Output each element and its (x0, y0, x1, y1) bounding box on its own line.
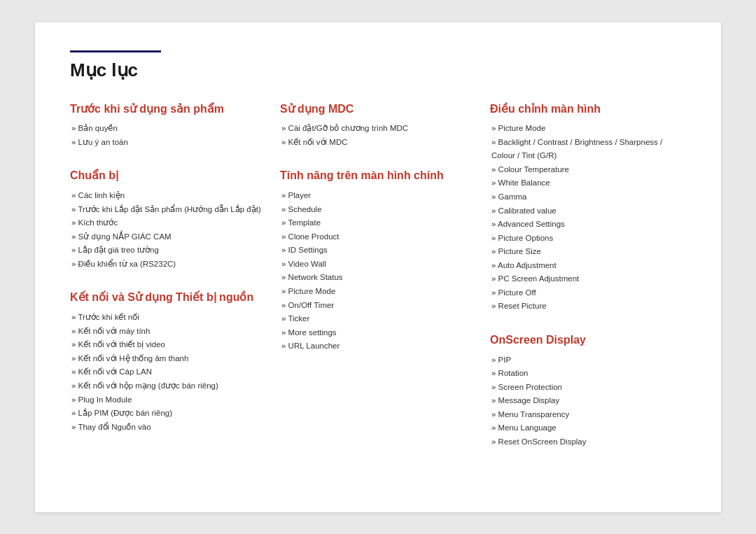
section-items-3-1: Picture ModeBacklight / Contrast / Brigh… (490, 122, 686, 314)
list-item[interactable]: On/Off Timer (280, 299, 476, 313)
list-item[interactable]: Các linh kiện (70, 189, 266, 203)
list-item[interactable]: Kết nối với Hệ thống âm thanh (70, 352, 266, 366)
section-1-3: Kết nối và Sử dụng Thiết bị nguồnTrước k… (70, 290, 266, 434)
section-1-1: Trước khi sử dụng sản phẩmBản quyềnLưu ý… (70, 102, 266, 150)
column-1: Trước khi sử dụng sản phẩmBản quyềnLưu ý… (70, 102, 266, 469)
list-item[interactable]: Picture Options (490, 232, 686, 246)
section-2-2: Tính năng trên màn hình chínhPlayerSched… (280, 169, 476, 353)
list-item[interactable]: Screen Protection (490, 381, 686, 395)
list-item[interactable]: Rotation (490, 367, 686, 381)
list-item[interactable]: Kết nối với MDC (280, 136, 476, 150)
list-item[interactable]: PIP (490, 353, 686, 367)
section-items-3-2: PIPRotationScreen ProtectionMessage Disp… (490, 353, 686, 449)
toc-columns: Trước khi sử dụng sản phẩmBản quyềnLưu ý… (70, 102, 686, 469)
list-item[interactable]: Sử dụng NẮP GIÁC CAM (70, 230, 266, 244)
list-item[interactable]: Trước khi Lắp đặt Sản phẩm (Hướng dẫn Lắ… (70, 203, 266, 217)
column-3: Điều chỉnh màn hìnhPicture ModeBacklight… (490, 102, 686, 469)
list-item[interactable]: Player (280, 189, 476, 203)
list-item[interactable]: More settings (280, 326, 476, 340)
list-item[interactable]: Kích thước (70, 216, 266, 230)
list-item[interactable]: Menu Transparency (490, 408, 686, 422)
list-item[interactable]: Message Display (490, 394, 686, 408)
list-item[interactable]: URL Launcher (280, 339, 476, 353)
list-item[interactable]: ID Settings (280, 244, 476, 258)
list-item[interactable]: Điều khiển từ xa (RS232C) (70, 258, 266, 272)
list-item[interactable]: Plug In Module (70, 393, 266, 407)
section-heading-3-2[interactable]: OnScreen Display (490, 333, 686, 348)
section-items-2-2: PlayerScheduleTemplateClone ProductID Se… (280, 189, 476, 353)
section-3-1: Điều chỉnh màn hìnhPicture ModeBacklight… (490, 102, 686, 314)
list-item[interactable]: Schedule (280, 203, 476, 217)
header-line (70, 50, 161, 52)
list-item[interactable]: Reset OnScreen Display (490, 435, 686, 449)
list-item[interactable]: White Balance (490, 176, 686, 190)
list-item[interactable]: Gamma (490, 190, 686, 204)
list-item[interactable]: Advanced Settings (490, 218, 686, 232)
page-title: Mục lục (70, 59, 686, 81)
list-item[interactable]: Auto Adjustment (490, 259, 686, 273)
list-item[interactable]: Lưu ý an toàn (70, 136, 266, 150)
list-item[interactable]: Lắp PIM (Được bán riêng) (70, 407, 266, 421)
section-heading-1-2[interactable]: Chuẩn bị (70, 169, 266, 183)
section-1-2: Chuẩn bịCác linh kiệnTrước khi Lắp đặt S… (70, 169, 266, 271)
section-heading-1-3[interactable]: Kết nối và Sử dụng Thiết bị nguồn (70, 290, 266, 305)
list-item[interactable]: Ticker (280, 312, 476, 326)
section-heading-1-1[interactable]: Trước khi sử dụng sản phẩm (70, 102, 266, 117)
list-item[interactable]: Kết nối với thiết bị video (70, 338, 266, 352)
list-item[interactable]: Calibrated value (490, 204, 686, 218)
page-container: Mục lục Trước khi sử dụng sản phẩmBản qu… (35, 22, 721, 512)
list-item[interactable]: Kết nối với Cáp LAN (70, 365, 266, 379)
list-item[interactable]: Trước khi kết nối (70, 311, 266, 325)
list-item[interactable]: Template (280, 216, 476, 230)
section-heading-2-2[interactable]: Tính năng trên màn hình chính (280, 169, 476, 183)
list-item[interactable]: Network Status (280, 271, 476, 285)
list-item[interactable]: Bản quyền (70, 122, 266, 136)
list-item[interactable]: Clone Product (280, 230, 476, 244)
list-item[interactable]: Picture Size (490, 245, 686, 259)
list-item[interactable]: Lắp đặt giá treo tường (70, 244, 266, 258)
list-item[interactable]: Backlight / Contrast / Brightness / Shar… (490, 136, 686, 163)
section-heading-2-1[interactable]: Sử dụng MDC (280, 102, 476, 117)
list-item[interactable]: Colour Temperature (490, 163, 686, 177)
column-2: Sử dụng MDCCài đặt/Gỡ bỏ chương trình MD… (280, 102, 476, 469)
list-item[interactable]: Cài đặt/Gỡ bỏ chương trình MDC (280, 122, 476, 136)
section-items-1-2: Các linh kiệnTrước khi Lắp đặt Sản phẩm … (70, 189, 266, 271)
section-2-1: Sử dụng MDCCài đặt/Gỡ bỏ chương trình MD… (280, 102, 476, 150)
section-items-1-1: Bản quyềnLưu ý an toàn (70, 122, 266, 149)
list-item[interactable]: Kết nối với máy tính (70, 325, 266, 339)
section-items-2-1: Cài đặt/Gỡ bỏ chương trình MDCKết nối vớ… (280, 122, 476, 149)
section-items-1-3: Trước khi kết nốiKết nối với máy tínhKết… (70, 311, 266, 434)
list-item[interactable]: Kết nối với hộp mạng (được bán riêng) (70, 379, 266, 393)
list-item[interactable]: Menu Language (490, 421, 686, 435)
list-item[interactable]: Reset Picture (490, 300, 686, 314)
section-3-2: OnScreen DisplayPIPRotationScreen Protec… (490, 333, 686, 449)
section-heading-3-1[interactable]: Điều chỉnh màn hình (490, 102, 686, 117)
list-item[interactable]: Picture Mode (490, 122, 686, 136)
list-item[interactable]: Video Wall (280, 258, 476, 272)
list-item[interactable]: Picture Mode (280, 285, 476, 299)
list-item[interactable]: Picture Off (490, 286, 686, 300)
list-item[interactable]: Thay đổi Nguồn vào (70, 421, 266, 435)
list-item[interactable]: PC Screen Adjustment (490, 272, 686, 286)
